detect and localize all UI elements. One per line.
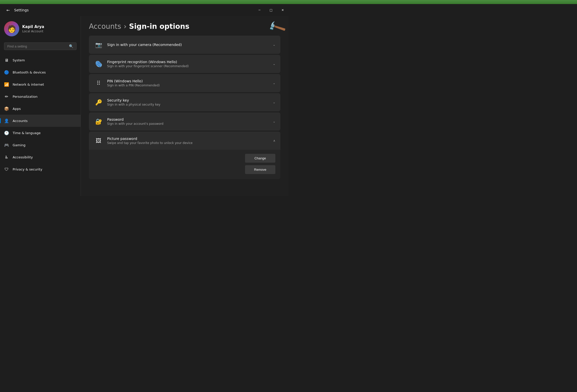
- sidebar-label-gaming: Gaming: [13, 143, 26, 147]
- password-title: Password: [107, 117, 270, 121]
- system-icon: 🖥: [4, 58, 9, 63]
- password-subtitle: Sign in with your account's password: [107, 122, 270, 126]
- sidebar-label-system: System: [13, 58, 25, 62]
- user-name: Kapil Arya: [22, 24, 44, 29]
- personalization-icon: ✏️: [4, 94, 9, 99]
- page-title: Sign-in options: [129, 22, 189, 31]
- camera-text: Sign in with your camera (Recommended): [107, 43, 270, 47]
- settings-item-picture-password: 🖼 Picture password Swipe and tap your fa…: [89, 132, 280, 179]
- avatar: 🧑: [4, 21, 19, 36]
- sidebar-label-network: Network & internet: [13, 83, 44, 86]
- settings-item-security-key-header[interactable]: 🔑 Security key Sign in with a physical s…: [89, 93, 280, 111]
- user-profile[interactable]: 🧑 Kapil Arya Local Account: [0, 16, 81, 40]
- remove-button[interactable]: Remove: [245, 165, 275, 174]
- picture-password-chevron: ∧: [273, 139, 275, 142]
- hammer-icon: 🔨: [267, 17, 287, 37]
- app-window: ← Settings ─ □ ✕ 🧑 Kapil Arya: [0, 4, 288, 196]
- security-key-subtitle: Sign in with a physical security key: [107, 103, 270, 106]
- sidebar-label-bluetooth: Bluetooth & devices: [13, 70, 46, 74]
- user-info: Kapil Arya Local Account: [22, 24, 44, 33]
- settings-item-picture-password-header[interactable]: 🖼 Picture password Swipe and tap your fa…: [89, 132, 280, 150]
- accessibility-icon: ♿: [4, 155, 9, 160]
- sidebar-item-accessibility[interactable]: ♿ Accessibility: [0, 151, 81, 163]
- settings-item-pin: ⠿ PIN (Windows Hello) Sign in with a PIN…: [89, 74, 280, 92]
- back-icon: ←: [6, 8, 10, 13]
- picture-password-icon: 🖼: [94, 136, 103, 145]
- password-chevron: ⌄: [273, 120, 275, 123]
- maximize-button[interactable]: □: [265, 4, 277, 16]
- security-key-chevron: ⌄: [273, 101, 275, 104]
- sidebar-item-bluetooth[interactable]: 🔵 Bluetooth & devices: [0, 66, 81, 78]
- settings-item-password: 🔐 Password Sign in with your account's p…: [89, 112, 280, 131]
- desktop-taskbar: [0, 0, 288, 4]
- sidebar-label-accessibility: Accessibility: [13, 155, 33, 159]
- settings-item-pin-header[interactable]: ⠿ PIN (Windows Hello) Sign in with a PIN…: [89, 74, 280, 92]
- sidebar-item-network[interactable]: 📶 Network & internet: [0, 78, 81, 90]
- sidebar-item-time[interactable]: 🕐 Time & language: [0, 127, 81, 139]
- accounts-icon: 👤: [4, 118, 9, 123]
- pin-text: PIN (Windows Hello) Sign in with a PIN (…: [107, 79, 270, 87]
- picture-password-text: Picture password Swipe and tap your favo…: [107, 137, 270, 145]
- search-icon: 🔍: [69, 44, 73, 48]
- pin-title: PIN (Windows Hello): [107, 79, 270, 83]
- window-title: Settings: [14, 8, 29, 12]
- settings-item-camera: 📷 Sign in with your camera (Recommended)…: [89, 36, 280, 54]
- page-header: Accounts › Sign-in options: [81, 16, 288, 36]
- nav-list: 🖥 System 🔵 Bluetooth & devices 📶 Network…: [0, 53, 81, 196]
- fingerprint-icon: 🫆: [94, 59, 103, 68]
- settings-item-security-key: 🔑 Security key Sign in with a physical s…: [89, 93, 280, 111]
- privacy-icon: 🛡: [4, 167, 9, 172]
- close-button[interactable]: ✕: [277, 4, 288, 16]
- minimize-button[interactable]: ─: [254, 4, 265, 16]
- picture-password-title: Picture password: [107, 137, 270, 141]
- sidebar-label-privacy: Privacy & security: [13, 167, 42, 171]
- apps-icon: 📦: [4, 106, 9, 111]
- sidebar-item-system[interactable]: 🖥 System: [0, 54, 81, 66]
- settings-list: 📷 Sign in with your camera (Recommended)…: [81, 36, 288, 188]
- camera-icon: 📷: [94, 40, 103, 49]
- camera-title: Sign in with your camera (Recommended): [107, 43, 270, 47]
- sidebar-item-accounts[interactable]: 👤 Accounts: [0, 115, 81, 127]
- fingerprint-subtitle: Sign in with your fingerprint scanner (R…: [107, 64, 270, 68]
- settings-item-fingerprint-header[interactable]: 🫆 Fingerprint recognition (Windows Hello…: [89, 55, 280, 73]
- search-box[interactable]: 🔍: [4, 42, 77, 50]
- window-controls: ─ □ ✕: [254, 4, 288, 16]
- back-button[interactable]: ←: [4, 6, 12, 14]
- password-text: Password Sign in with your account's pas…: [107, 117, 270, 126]
- sidebar-item-privacy[interactable]: 🛡 Privacy & security: [0, 163, 81, 175]
- fingerprint-text: Fingerprint recognition (Windows Hello) …: [107, 60, 270, 68]
- picture-password-expanded: Change Remove: [89, 150, 280, 179]
- breadcrumb-accounts[interactable]: Accounts: [89, 22, 121, 31]
- sidebar: 🧑 Kapil Arya Local Account 🔍 🖥 System: [0, 16, 81, 196]
- security-key-title: Security key: [107, 98, 270, 102]
- avatar-image: 🧑: [4, 21, 19, 36]
- settings-item-fingerprint: 🫆 Fingerprint recognition (Windows Hello…: [89, 55, 280, 73]
- sidebar-label-accounts: Accounts: [13, 119, 28, 123]
- security-key-icon: 🔑: [94, 98, 103, 107]
- pin-chevron: ⌄: [273, 81, 275, 85]
- pin-subtitle: Sign in with a PIN (Recommended): [107, 84, 270, 87]
- sidebar-label-time: Time & language: [13, 131, 41, 135]
- search-input[interactable]: [7, 44, 67, 48]
- security-key-text: Security key Sign in with a physical sec…: [107, 98, 270, 106]
- fingerprint-chevron: ⌄: [273, 62, 275, 66]
- sidebar-item-personalization[interactable]: ✏️ Personalization: [0, 90, 81, 103]
- hammer-icon-container: 🔨: [269, 20, 284, 35]
- user-account-type: Local Account: [22, 30, 44, 33]
- change-button[interactable]: Change: [245, 154, 275, 163]
- time-icon: 🕐: [4, 130, 9, 135]
- app-layout: 🧑 Kapil Arya Local Account 🔍 🖥 System: [0, 16, 288, 196]
- pin-icon: ⠿: [94, 79, 103, 88]
- camera-chevron: ⌄: [273, 43, 275, 46]
- sidebar-label-personalization: Personalization: [13, 95, 38, 99]
- settings-item-camera-header[interactable]: 📷 Sign in with your camera (Recommended)…: [89, 36, 280, 54]
- sidebar-item-gaming[interactable]: 🎮 Gaming: [0, 139, 81, 151]
- gaming-icon: 🎮: [4, 142, 9, 148]
- sidebar-item-apps[interactable]: 📦 Apps: [0, 103, 81, 115]
- main-content: 🔨 Accounts › Sign-in options 📷 Sign in w…: [81, 16, 288, 196]
- settings-item-password-header[interactable]: 🔐 Password Sign in with your account's p…: [89, 112, 280, 131]
- sidebar-label-apps: Apps: [13, 107, 21, 111]
- fingerprint-title: Fingerprint recognition (Windows Hello): [107, 60, 270, 64]
- search-container: 🔍: [0, 40, 81, 53]
- title-bar: ← Settings ─ □ ✕: [0, 4, 288, 16]
